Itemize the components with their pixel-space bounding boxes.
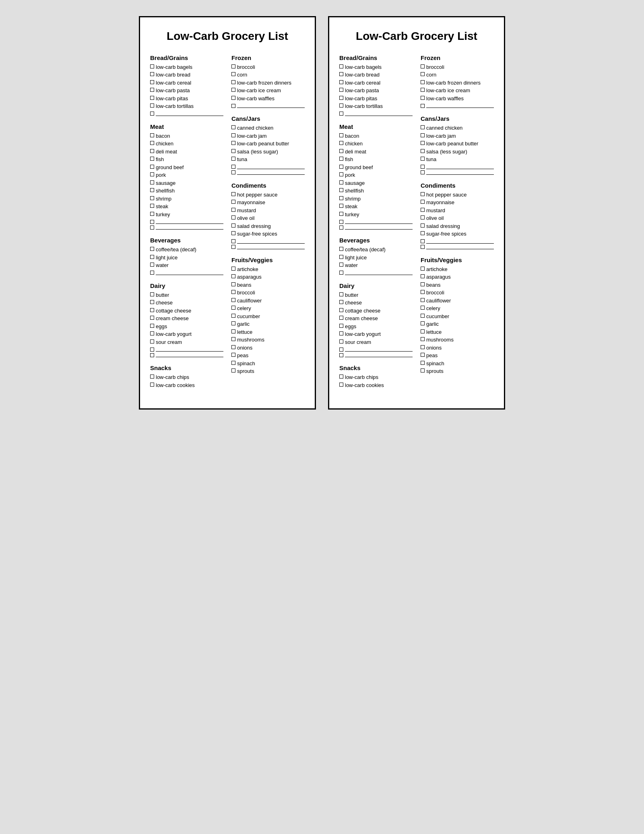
- list-item[interactable]: low-carb pitas: [339, 95, 413, 103]
- list-item[interactable]: low-carb cookies: [339, 381, 413, 389]
- checkbox-icon[interactable]: [150, 383, 154, 387]
- list-item[interactable]: shrimp: [150, 195, 223, 203]
- checkbox-icon[interactable]: [150, 64, 154, 68]
- checkbox-icon[interactable]: [339, 96, 343, 100]
- checkbox-icon[interactable]: [339, 165, 343, 169]
- checkbox-icon[interactable]: [150, 157, 154, 161]
- list-item[interactable]: water: [150, 261, 223, 269]
- checkbox-icon[interactable]: [421, 321, 425, 325]
- list-item[interactable]: lettuce: [421, 328, 494, 336]
- checkbox-icon[interactable]: [150, 141, 154, 145]
- checkbox-icon[interactable]: [339, 339, 343, 344]
- blank-item[interactable]: [150, 224, 223, 230]
- list-item[interactable]: onions: [421, 344, 494, 352]
- list-item[interactable]: tuna: [421, 155, 494, 163]
- checkbox-icon[interactable]: [150, 103, 154, 108]
- checkbox-icon[interactable]: [339, 64, 343, 68]
- checkbox-icon[interactable]: [150, 196, 154, 200]
- list-item[interactable]: chicken: [339, 140, 413, 148]
- list-item[interactable]: hot pepper sauce: [231, 191, 305, 199]
- checkbox-icon[interactable]: [421, 88, 425, 92]
- list-item[interactable]: pork: [339, 171, 413, 179]
- list-item[interactable]: sausage: [150, 179, 223, 187]
- checkbox-icon[interactable]: [231, 231, 235, 235]
- checkbox-icon[interactable]: [150, 353, 154, 357]
- checkbox-icon[interactable]: [421, 208, 425, 212]
- checkbox-icon[interactable]: [421, 125, 425, 129]
- list-item[interactable]: low-carb jam: [231, 132, 305, 140]
- checkbox-icon[interactable]: [421, 329, 425, 333]
- list-item[interactable]: sour cream: [150, 338, 223, 346]
- checkbox-icon[interactable]: [339, 204, 343, 208]
- checkbox-icon[interactable]: [150, 72, 154, 76]
- checkbox-icon[interactable]: [150, 204, 154, 208]
- checkbox-icon[interactable]: [150, 180, 154, 184]
- list-item[interactable]: ground beef: [339, 163, 413, 172]
- list-item[interactable]: artichoke: [231, 265, 305, 273]
- checkbox-icon[interactable]: [231, 267, 235, 271]
- blank-item[interactable]: [231, 102, 305, 108]
- checkbox-icon[interactable]: [339, 80, 343, 84]
- checkbox-icon[interactable]: [150, 255, 154, 259]
- list-item[interactable]: sausage: [339, 179, 413, 187]
- checkbox-icon[interactable]: [231, 290, 235, 294]
- checkbox-icon[interactable]: [231, 298, 235, 302]
- list-item[interactable]: low-carb frozen dinners: [231, 79, 305, 87]
- list-item[interactable]: low-carb ice cream: [421, 87, 494, 95]
- checkbox-icon[interactable]: [150, 172, 154, 176]
- list-item[interactable]: low-carb chips: [150, 373, 223, 381]
- checkbox-icon[interactable]: [231, 345, 235, 349]
- list-item[interactable]: olive oil: [421, 214, 494, 222]
- list-item[interactable]: broccoli: [231, 63, 305, 71]
- checkbox-icon[interactable]: [150, 112, 154, 116]
- checkbox-icon[interactable]: [339, 255, 343, 259]
- list-item[interactable]: cauliflower: [421, 297, 494, 305]
- list-item[interactable]: coffee/tea (decaf): [339, 246, 413, 254]
- checkbox-icon[interactable]: [231, 274, 235, 278]
- checkbox-icon[interactable]: [421, 267, 425, 271]
- checkbox-icon[interactable]: [421, 133, 425, 137]
- checkbox-icon[interactable]: [421, 149, 425, 153]
- checkbox-icon[interactable]: [339, 375, 343, 379]
- checkbox-icon[interactable]: [150, 226, 154, 230]
- checkbox-icon[interactable]: [231, 200, 235, 204]
- list-item[interactable]: low-carb bagels: [150, 63, 223, 71]
- list-item[interactable]: cottage cheese: [339, 307, 413, 315]
- checkbox-icon[interactable]: [231, 141, 235, 145]
- checkbox-icon[interactable]: [421, 224, 425, 228]
- list-item[interactable]: low-carb bread: [150, 71, 223, 79]
- list-item[interactable]: light juice: [339, 254, 413, 262]
- list-item[interactable]: celery: [421, 304, 494, 312]
- checkbox-icon[interactable]: [339, 292, 343, 296]
- list-item[interactable]: low-carb waffles: [421, 95, 494, 103]
- list-item[interactable]: eggs: [339, 323, 413, 331]
- list-item[interactable]: deli meat: [339, 148, 413, 156]
- list-item[interactable]: deli meat: [150, 148, 223, 156]
- checkbox-icon[interactable]: [231, 133, 235, 137]
- checkbox-icon[interactable]: [339, 212, 343, 216]
- blank-item[interactable]: [421, 169, 494, 175]
- checkbox-icon[interactable]: [150, 300, 154, 304]
- list-item[interactable]: spinach: [231, 360, 305, 368]
- blank-item[interactable]: [231, 169, 305, 175]
- checkbox-icon[interactable]: [231, 125, 235, 129]
- checkbox-icon[interactable]: [421, 96, 425, 100]
- checkbox-icon[interactable]: [150, 80, 154, 84]
- list-item[interactable]: eggs: [150, 323, 223, 331]
- list-item[interactable]: beans: [421, 281, 494, 289]
- list-item[interactable]: ground beef: [150, 163, 223, 172]
- list-item[interactable]: mayonnaise: [231, 199, 305, 207]
- list-item[interactable]: lettuce: [231, 328, 305, 336]
- checkbox-icon[interactable]: [421, 274, 425, 278]
- blank-item[interactable]: [339, 224, 413, 230]
- checkbox-icon[interactable]: [339, 149, 343, 153]
- list-item[interactable]: garlic: [421, 320, 494, 328]
- checkbox-icon[interactable]: [421, 157, 425, 161]
- list-item[interactable]: water: [339, 261, 413, 269]
- list-item[interactable]: low-carb pasta: [150, 87, 223, 95]
- checkbox-icon[interactable]: [339, 196, 343, 200]
- checkbox-icon[interactable]: [339, 247, 343, 251]
- list-item[interactable]: olive oil: [231, 214, 305, 222]
- checkbox-icon[interactable]: [339, 348, 343, 352]
- blank-item[interactable]: [150, 346, 223, 352]
